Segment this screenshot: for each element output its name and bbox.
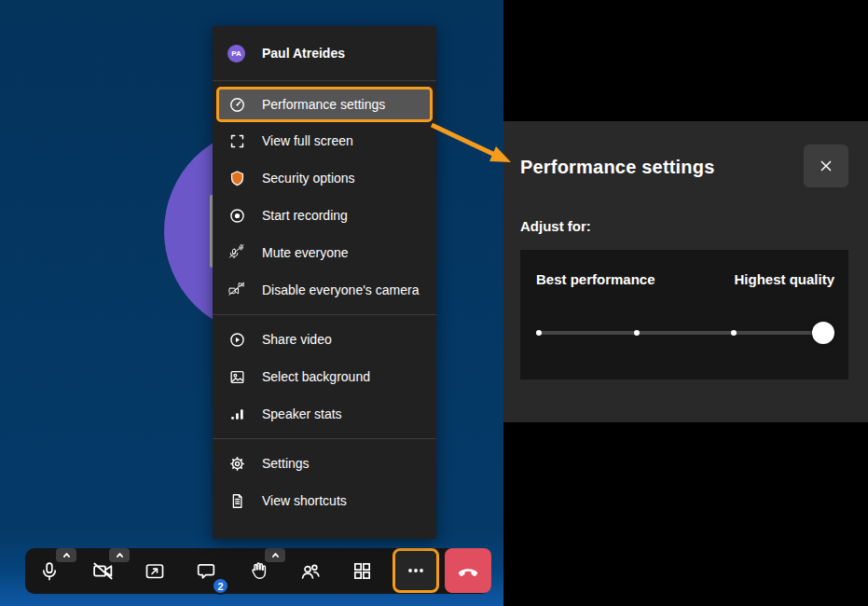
participants-button[interactable]: [290, 548, 331, 594]
slider-card: Best performance Highest quality: [520, 250, 848, 379]
avatar: PA: [227, 45, 245, 62]
gear-icon: [228, 455, 246, 473]
chat-unread-badge: 2: [212, 577, 229, 595]
menu-item-label: View full screen: [262, 133, 353, 148]
mic-muted-icon: [228, 244, 246, 262]
overflow-menu: PA Paul Atreides Performance settings Vi…: [213, 26, 436, 539]
menu-item-label: Share video: [262, 332, 332, 347]
performance-slider[interactable]: [536, 322, 834, 344]
camera-options-chevron[interactable]: [109, 548, 130, 562]
background-icon: [228, 368, 246, 386]
menu-section-moderation: Performance settings View full screen Se…: [213, 81, 436, 314]
app-window: Performance settings Adjust for: Best pe…: [0, 0, 868, 606]
raise-hand-options-chevron[interactable]: [265, 548, 285, 562]
participant-name: Paul Atreides: [262, 46, 345, 61]
menu-section-sharing: Share video Select background Speaker st…: [213, 315, 436, 438]
menu-item-mute-everyone[interactable]: Mute everyone: [213, 234, 436, 271]
slider-max-label: Highest quality: [734, 271, 834, 287]
slider-track[interactable]: [536, 331, 834, 335]
play-circle-icon: [228, 331, 246, 349]
menu-section-settings: Settings View shortcuts: [213, 439, 436, 525]
menu-item-view-full-screen[interactable]: View full screen: [213, 122, 436, 159]
slider-tick-2[interactable]: [634, 330, 640, 336]
toolbar: 2: [25, 548, 491, 594]
menu-item-label: Settings: [262, 456, 310, 471]
tile-view-icon: [351, 560, 373, 582]
menu-item-label: Speaker stats: [262, 406, 342, 421]
more-options-button[interactable]: [393, 548, 439, 593]
slider-min-label: Best performance: [536, 271, 655, 287]
tile-view-button[interactable]: [341, 548, 382, 594]
microphone-options-chevron[interactable]: [56, 548, 76, 562]
camera-off-icon: [91, 559, 115, 583]
close-icon: [817, 157, 835, 175]
close-button[interactable]: [804, 145, 848, 187]
menu-item-start-recording[interactable]: Start recording: [213, 197, 436, 234]
menu-item-label: Mute everyone: [262, 245, 349, 260]
slider-thumb[interactable]: [812, 322, 834, 344]
chevron-up-icon: [269, 549, 282, 561]
chevron-up-icon: [61, 549, 73, 561]
bar-chart-icon: [228, 406, 246, 423]
menu-item-performance-settings[interactable]: Performance settings: [216, 87, 433, 122]
dialog-title: Performance settings: [520, 157, 715, 178]
slider-tick-3[interactable]: [731, 330, 737, 336]
screen-share-icon: [144, 560, 166, 583]
mic-icon: [38, 560, 61, 583]
adjust-for-label: Adjust for:: [520, 218, 591, 234]
performance-settings-dialog: Performance settings Adjust for: Best pe…: [503, 121, 868, 422]
menu-item-label: Disable everyone's camera: [262, 282, 419, 297]
camera-disabled-icon: [228, 282, 246, 299]
people-icon: [299, 560, 322, 583]
menu-item-speaker-stats[interactable]: Speaker stats: [213, 395, 436, 433]
chevron-up-icon: [114, 549, 126, 561]
hangup-icon: [456, 558, 480, 583]
document-icon: [228, 492, 246, 510]
shield-icon: [228, 170, 246, 187]
menu-item-settings[interactable]: Settings: [213, 445, 436, 482]
screen-share-button[interactable]: [134, 548, 175, 594]
menu-header-profile[interactable]: PA Paul Atreides: [213, 26, 436, 80]
fullscreen-icon: [228, 132, 246, 150]
hand-icon: [248, 560, 269, 582]
menu-item-label: Start recording: [262, 208, 348, 223]
menu-item-label: Performance settings: [262, 97, 385, 112]
hang-up-button[interactable]: [445, 548, 491, 593]
menu-item-label: View shortcuts: [262, 493, 347, 508]
menu-item-label: Select background: [262, 369, 370, 384]
menu-item-view-shortcuts[interactable]: View shortcuts: [213, 482, 436, 519]
menu-item-disable-everyones-camera[interactable]: Disable everyone's camera: [213, 271, 436, 309]
menu-item-share-video[interactable]: Share video: [213, 321, 436, 358]
menu-item-security-options[interactable]: Security options: [213, 159, 436, 197]
more-dots-icon: [405, 559, 427, 582]
slider-tick-1[interactable]: [536, 330, 542, 336]
record-icon: [228, 207, 246, 225]
menu-item-select-background[interactable]: Select background: [213, 358, 436, 395]
menu-item-label: Security options: [262, 171, 355, 186]
gauge-icon: [228, 96, 246, 114]
